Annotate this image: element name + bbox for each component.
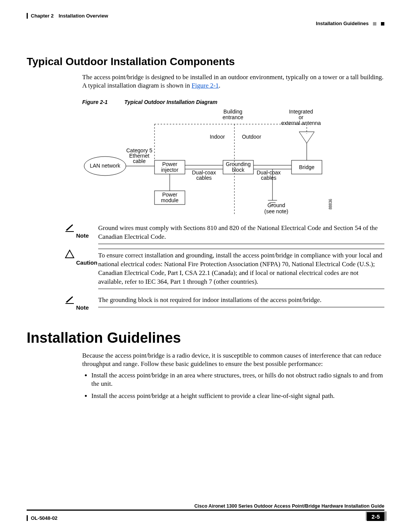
svg-text:Power: Power bbox=[162, 161, 177, 167]
note-text: The grounding block is not required for … bbox=[98, 296, 384, 305]
footer-book-title: Cisco Aironet 1300 Series Outdoor Access… bbox=[27, 503, 384, 509]
section-heading-guidelines: Installation Guidelines bbox=[27, 330, 384, 346]
svg-text:Integrated: Integrated bbox=[289, 109, 313, 115]
installation-diagram: Building entrance Indoor Outdoor Integra… bbox=[82, 109, 333, 216]
footer-doc-number: OL-5048-02 bbox=[27, 515, 57, 521]
note-icon bbox=[65, 222, 76, 234]
list-item: Install the access point/bridge in an ar… bbox=[91, 371, 384, 388]
caution-text: To ensure correct installation and groun… bbox=[98, 251, 384, 286]
decor-square-icon bbox=[373, 22, 376, 26]
caution-icon bbox=[65, 249, 76, 260]
list-item: Install the access point/bridge at a hei… bbox=[91, 392, 384, 400]
svg-text:Ground: Ground bbox=[268, 202, 285, 208]
guidelines-intro: Because the access point/bridge is a rad… bbox=[82, 351, 384, 368]
caution-label: Caution bbox=[76, 249, 98, 266]
intro-paragraph: The access point/bridge is designed to b… bbox=[82, 73, 384, 90]
svg-text:LAN network: LAN network bbox=[90, 163, 121, 169]
note-label: Note bbox=[76, 294, 98, 311]
header-left: Chapter 2 Installation Overview bbox=[27, 13, 384, 19]
figure-caption: Figure 2-1 Typical Outdoor Installation … bbox=[82, 99, 384, 105]
note-label: Note bbox=[76, 222, 98, 239]
svg-marker-47 bbox=[65, 250, 74, 258]
footer-page-number: 2-5 bbox=[367, 512, 384, 521]
svg-text:Indoor: Indoor bbox=[210, 134, 225, 140]
svg-text:Building: Building bbox=[223, 109, 242, 115]
guidelines-list: Install the access point/bridge in an ar… bbox=[91, 371, 384, 400]
svg-text:Grounding: Grounding bbox=[226, 161, 250, 167]
page-footer: Cisco Aironet 1300 Series Outdoor Access… bbox=[27, 503, 384, 522]
svg-text:module: module bbox=[161, 197, 178, 203]
decor-square-icon bbox=[381, 22, 384, 26]
note-icon bbox=[65, 294, 76, 306]
section-heading-components: Typical Outdoor Installation Components bbox=[27, 56, 384, 68]
svg-text:cables: cables bbox=[196, 175, 212, 181]
caution-block: Caution To ensure correct installation a… bbox=[65, 249, 384, 289]
svg-text:Outdoor: Outdoor bbox=[242, 134, 261, 140]
note-block: Note The grounding block is not required… bbox=[65, 294, 384, 311]
svg-text:cable: cable bbox=[133, 158, 146, 164]
note-text: Ground wires must comply with Sections 8… bbox=[98, 224, 384, 241]
svg-text:Bridge: Bridge bbox=[299, 164, 315, 170]
note-block: Note Ground wires must comply with Secti… bbox=[65, 222, 384, 244]
svg-text:external antenna: external antenna bbox=[281, 120, 321, 126]
header-right: Installation Guidelines bbox=[316, 21, 384, 26]
svg-text:block: block bbox=[232, 167, 245, 173]
svg-text:entrance: entrance bbox=[223, 114, 244, 120]
figure-crossref-link[interactable]: Figure 2-1 bbox=[192, 82, 219, 89]
svg-text:(see note): (see note) bbox=[264, 208, 288, 214]
svg-text:Power: Power bbox=[162, 192, 177, 198]
svg-text:cables: cables bbox=[261, 175, 276, 181]
svg-text:88836: 88836 bbox=[328, 199, 333, 209]
running-header: Chapter 2 Installation Overview Installa… bbox=[27, 13, 384, 28]
svg-text:or: or bbox=[299, 114, 304, 120]
svg-text:injector: injector bbox=[161, 167, 178, 173]
